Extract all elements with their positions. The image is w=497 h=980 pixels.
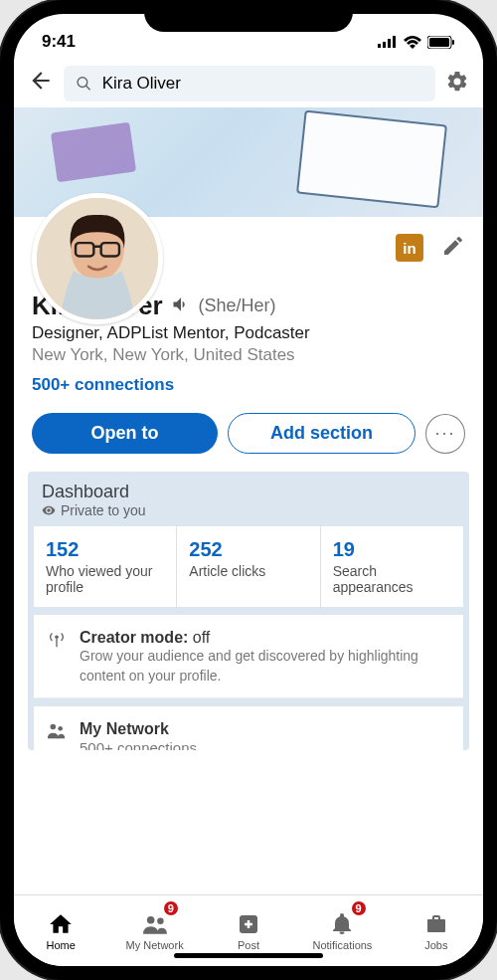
dashboard-title: Dashboard	[42, 482, 455, 502]
svg-rect-1	[383, 42, 386, 48]
nav-jobs[interactable]: Jobs	[390, 895, 483, 966]
stat-search-appearances[interactable]: 19 Search appearances	[321, 526, 463, 607]
stat-value: 152	[46, 538, 164, 561]
cellular-icon	[378, 36, 398, 48]
phone-notch	[144, 0, 353, 32]
svg-point-19	[157, 917, 164, 924]
content-scroll[interactable]: in	[14, 107, 483, 894]
stat-value: 19	[333, 538, 451, 561]
svg-rect-2	[388, 39, 391, 48]
profile-location: New York, New York, United States	[32, 345, 465, 365]
nav-label: Notifications	[312, 939, 372, 951]
stat-article-clicks[interactable]: 252 Article clicks	[177, 526, 320, 607]
creator-mode-card[interactable]: Creator mode: off Grow your audience and…	[34, 615, 463, 698]
briefcase-icon	[424, 911, 448, 937]
stat-label: Search appearances	[333, 563, 451, 595]
wifi-icon	[404, 36, 421, 49]
creator-mode-title: Creator mode: off	[80, 629, 449, 647]
nav-label: My Network	[126, 939, 184, 951]
home-icon	[48, 911, 74, 937]
status-time: 9:41	[42, 32, 76, 52]
stat-value: 252	[189, 538, 307, 561]
profile-connections[interactable]: 500+ connections	[32, 375, 465, 395]
dashboard-header: Dashboard Private to you	[28, 472, 469, 526]
svg-point-7	[78, 78, 87, 88]
profile-pronouns: (She/Her)	[199, 295, 276, 316]
stat-label: Article clicks	[189, 563, 307, 579]
search-icon	[76, 75, 92, 93]
svg-point-18	[146, 915, 154, 923]
add-section-button[interactable]: Add section	[228, 413, 415, 454]
nav-home[interactable]: Home	[14, 895, 107, 966]
my-network-card[interactable]: My Network 500+ connections Access and m…	[34, 706, 463, 750]
nav-badge: 9	[350, 899, 368, 917]
top-bar	[14, 60, 483, 107]
profile-avatar[interactable]	[32, 193, 163, 324]
home-indicator[interactable]	[174, 953, 323, 958]
antenna-icon	[46, 629, 70, 655]
svg-point-17	[58, 726, 63, 731]
profile-headline: Designer, ADPList Mentor, Podcaster	[32, 323, 465, 343]
dashboard-privacy-label: Private to you	[61, 502, 146, 518]
search-input[interactable]	[102, 74, 423, 94]
people-icon	[46, 720, 70, 746]
more-actions-button[interactable]: ···	[425, 414, 465, 454]
dashboard-stats: 152 Who viewed your profile 252 Article …	[34, 526, 463, 607]
pronunciation-speaker-icon[interactable]	[171, 294, 191, 318]
dashboard: Dashboard Private to you 152 Who viewed …	[28, 472, 469, 750]
stat-profile-views[interactable]: 152 Who viewed your profile	[34, 526, 177, 607]
bell-icon	[330, 911, 354, 937]
battery-icon	[427, 36, 455, 49]
stat-label: Who viewed your profile	[46, 563, 164, 595]
profile-block: Kira Oliver (She/Her) Designer, ADPList …	[14, 267, 483, 409]
my-network-sub1: 500+ connections	[80, 739, 449, 750]
svg-rect-3	[393, 36, 396, 48]
phone-screen: 9:41 in	[14, 14, 483, 966]
linkedin-badge-icon[interactable]: in	[396, 234, 423, 262]
settings-gear-icon[interactable]	[445, 70, 469, 98]
svg-point-14	[55, 635, 59, 639]
svg-line-8	[85, 86, 89, 90]
phone-frame: 9:41 in	[0, 0, 497, 980]
search-box[interactable]	[64, 66, 435, 101]
svg-rect-5	[429, 38, 449, 47]
svg-point-16	[51, 724, 57, 730]
nav-label: Jobs	[424, 939, 447, 951]
nav-label: Post	[238, 939, 259, 951]
nav-badge: 9	[162, 899, 180, 917]
plus-box-icon	[237, 911, 260, 937]
creator-mode-sub: Grow your audience and get discovered by…	[80, 647, 449, 686]
dashboard-privacy: Private to you	[42, 502, 455, 518]
avatar-image	[37, 198, 158, 319]
back-arrow-icon[interactable]	[28, 68, 54, 100]
svg-rect-6	[452, 40, 454, 45]
svg-rect-0	[378, 44, 381, 48]
nav-label: Home	[47, 939, 76, 951]
eye-icon	[42, 503, 56, 517]
status-indicators	[378, 36, 455, 49]
profile-button-row: Open to Add section ···	[14, 409, 483, 472]
open-to-button[interactable]: Open to	[32, 413, 218, 454]
my-network-title: My Network	[80, 720, 449, 738]
edit-pencil-icon[interactable]	[441, 234, 465, 262]
